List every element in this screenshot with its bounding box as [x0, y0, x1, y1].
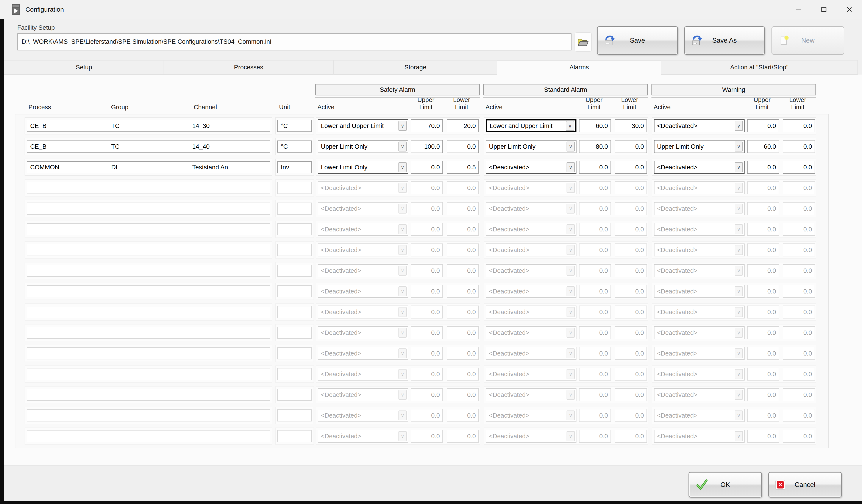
- safety-active-select: <Deactivated>∨: [318, 306, 408, 318]
- standard-upper-limit-field[interactable]: 60.0: [579, 119, 611, 132]
- chevron-down-icon: ∨: [566, 142, 575, 151]
- safety-alarm-cell: <Deactivated>∨0.00.0: [316, 427, 480, 445]
- process-field[interactable]: CE_B: [27, 141, 108, 152]
- warning-lower-limit-field[interactable]: 0.0: [783, 119, 815, 132]
- standard-lower-limit-field[interactable]: 0.0: [615, 161, 647, 174]
- standard-lower-limit-column-header: Lower Limit: [614, 96, 645, 111]
- warning-lower-limit-field: 0.0: [783, 409, 815, 422]
- standard-lower-limit-field: 0.0: [615, 388, 647, 401]
- unit-field[interactable]: °C: [277, 141, 312, 152]
- tab-setup[interactable]: Setup: [4, 60, 164, 75]
- warning-active-select[interactable]: Upper Limit Only∨: [654, 140, 745, 153]
- standard-active-select: <Deactivated>∨: [486, 368, 576, 381]
- unit-field: [277, 368, 312, 380]
- ok-button[interactable]: OK: [689, 472, 762, 498]
- standard-alarm-cell: <Deactivated>∨0.00.0: [484, 159, 648, 176]
- alarm-table-row: <Deactivated>∨0.00.0<Deactivated>∨0.00.0…: [25, 407, 828, 424]
- safety-lower-limit-field[interactable]: 20.0: [447, 119, 479, 132]
- safety-upper-limit-field: 0.0: [411, 285, 443, 298]
- save-as-label: Save As: [712, 37, 737, 44]
- warning-active-select: <Deactivated>∨: [654, 409, 745, 422]
- process-field[interactable]: CE_B: [27, 120, 108, 132]
- unit-cell: °C: [275, 117, 314, 134]
- standard-lower-limit-field: 0.0: [615, 430, 647, 442]
- save-button[interactable]: Save: [597, 26, 678, 55]
- safety-alarm-cell: <Deactivated>∨0.00.0: [316, 345, 480, 362]
- unit-cell: [275, 283, 314, 300]
- group-field[interactable]: DI: [108, 161, 189, 173]
- safety-active-select[interactable]: Upper Limit Only∨: [318, 140, 408, 153]
- channel-field[interactable]: 14_40: [189, 141, 270, 152]
- tab-processes[interactable]: Processes: [164, 60, 334, 75]
- standard-active-select[interactable]: <Deactivated>∨: [486, 161, 576, 174]
- standard-active-select[interactable]: Upper Limit Only∨: [486, 140, 576, 153]
- tab-alarms[interactable]: Alarms: [497, 60, 661, 75]
- safety-active-select[interactable]: Lower and Upper Limit∨: [318, 119, 408, 132]
- warning-active-select: <Deactivated>∨: [654, 388, 745, 401]
- warning-lower-limit-field[interactable]: 0.0: [783, 140, 815, 153]
- channel-field[interactable]: 14_30: [189, 120, 270, 132]
- warning-lower-limit-field: 0.0: [783, 243, 815, 256]
- standard-upper-limit-field: 0.0: [579, 243, 611, 256]
- save-as-icon: [691, 35, 703, 47]
- safety-upper-limit-field[interactable]: 70.0: [411, 119, 443, 132]
- unit-field[interactable]: Inv: [277, 161, 312, 173]
- standard-active-select: <Deactivated>∨: [486, 347, 576, 360]
- warning-alarm-cell: <Deactivated>∨0.00.0: [652, 427, 816, 445]
- warning-active-value: <Deactivated>: [654, 308, 735, 316]
- warning-active-select[interactable]: <Deactivated>∨: [654, 119, 745, 132]
- safety-lower-limit-field[interactable]: 0.5: [447, 161, 479, 174]
- tab-storage[interactable]: Storage: [334, 60, 497, 75]
- channel-field[interactable]: Teststand An: [189, 161, 270, 173]
- safety-upper-limit-field: 0.0: [411, 388, 443, 401]
- facility-path-input[interactable]: D:\_WORK\AMS_SPE\Lieferstand\SPE Simulat…: [17, 33, 572, 50]
- safety-upper-limit-field[interactable]: 100.0: [411, 140, 443, 153]
- cancel-button[interactable]: ✕ Cancel: [768, 472, 842, 498]
- tab-action-at-start-stop[interactable]: Action at "Start/Stop": [661, 60, 858, 75]
- warning-active-select: <Deactivated>∨: [654, 202, 745, 215]
- warning-active-select[interactable]: <Deactivated>∨: [654, 161, 745, 174]
- standard-active-select: <Deactivated>∨: [486, 182, 576, 194]
- unit-field[interactable]: °C: [277, 120, 312, 132]
- group-field[interactable]: TC: [108, 120, 189, 132]
- process-field[interactable]: COMMON: [27, 161, 108, 173]
- minimize-button[interactable]: [786, 0, 811, 19]
- safety-lower-limit-field: 0.0: [447, 368, 479, 381]
- standard-lower-limit-field[interactable]: 30.0: [615, 119, 647, 132]
- warning-upper-limit-field: 0.0: [747, 347, 779, 360]
- warning-upper-limit-field[interactable]: 0.0: [747, 161, 779, 174]
- chevron-down-icon: ∨: [735, 162, 743, 172]
- group-field[interactable]: TC: [108, 141, 189, 152]
- warning-upper-limit-field[interactable]: 0.0: [747, 119, 779, 132]
- chevron-down-icon: ∨: [399, 121, 407, 131]
- warning-lower-limit-field: 0.0: [783, 182, 815, 194]
- safety-lower-limit-field: 0.0: [447, 182, 479, 194]
- warning-upper-limit-field[interactable]: 60.0: [747, 140, 779, 153]
- safety-active-select[interactable]: Lower Limit Only∨: [318, 161, 408, 174]
- standard-upper-limit-field[interactable]: 80.0: [579, 140, 611, 153]
- process-group-channel-cell: [25, 200, 272, 217]
- warning-lower-limit-field: 0.0: [783, 368, 815, 381]
- save-as-button[interactable]: Save As: [684, 26, 765, 55]
- standard-active-select[interactable]: Lower and Upper Limit∨: [486, 119, 576, 132]
- warning-lower-limit-field[interactable]: 0.0: [783, 161, 815, 174]
- unit-field: [277, 202, 312, 215]
- maximize-button[interactable]: [811, 0, 837, 19]
- chevron-down-icon: ∨: [566, 224, 575, 234]
- safety-active-value: <Deactivated>: [318, 205, 399, 212]
- browse-folder-button[interactable]: [575, 32, 592, 52]
- save-icon: [604, 35, 616, 47]
- standard-lower-limit-field: 0.0: [615, 285, 647, 298]
- standard-upper-limit-field[interactable]: 0.0: [579, 161, 611, 174]
- warning-lower-limit-field: 0.0: [783, 264, 815, 277]
- close-button[interactable]: [837, 0, 862, 19]
- safety-upper-limit-field[interactable]: 0.0: [411, 161, 443, 174]
- warning-alarm-cell: <Deactivated>∨0.00.0: [652, 117, 816, 134]
- safety-alarm-cell: <Deactivated>∨0.00.0: [316, 283, 480, 300]
- alarm-table-row: <Deactivated>∨0.00.0<Deactivated>∨0.00.0…: [25, 345, 828, 362]
- warning-lower-limit-field: 0.0: [783, 202, 815, 215]
- standard-lower-limit-field[interactable]: 0.0: [615, 140, 647, 153]
- chevron-down-icon: ∨: [735, 204, 743, 214]
- safety-lower-limit-field[interactable]: 0.0: [447, 140, 479, 153]
- alarm-table-row: COMMONDITeststand AnInvLower Limit Only∨…: [25, 159, 828, 176]
